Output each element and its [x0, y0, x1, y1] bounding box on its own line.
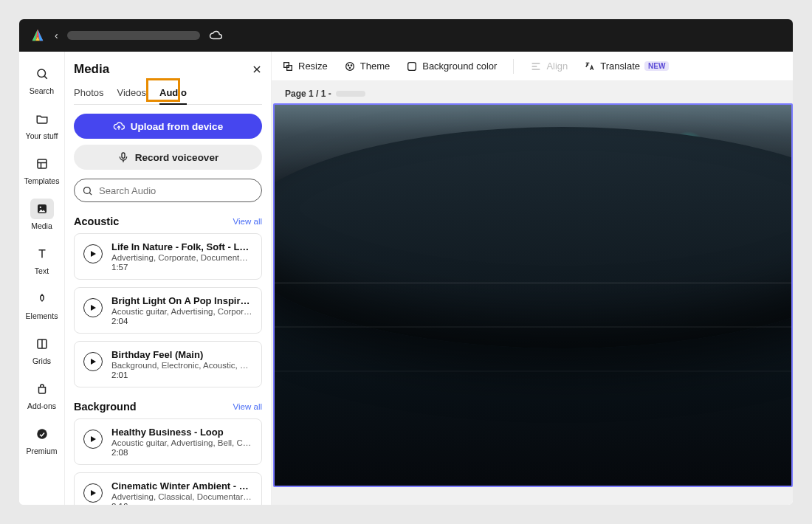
- media-panel: Media Photos Videos Audio Upload from de…: [65, 52, 272, 505]
- back-chevron-icon[interactable]: ‹: [55, 30, 58, 41]
- section-title-background: Background: [74, 401, 137, 413]
- app-window: ‹ Search Your stuff: [19, 19, 793, 505]
- templates-icon: [35, 156, 49, 171]
- leftnav-label: Add-ons: [27, 401, 56, 410]
- canvas-area: Resize Theme Background color Align: [272, 52, 793, 505]
- left-nav: Search Your stuff Templates Media: [19, 52, 65, 505]
- align-icon: [530, 61, 542, 72]
- leftnav-label: Premium: [26, 447, 57, 455]
- svg-line-17: [89, 193, 92, 195]
- tool-resize[interactable]: Resize: [282, 61, 328, 72]
- track-title: Birthday Feel (Main): [111, 349, 252, 360]
- search-audio-field[interactable]: [74, 179, 262, 202]
- svg-point-21: [348, 65, 348, 66]
- svg-rect-14: [122, 153, 125, 158]
- svg-point-20: [345, 62, 354, 70]
- audio-track[interactable]: Birthday Feel (Main) Background, Electro…: [74, 341, 262, 387]
- main-area: Search Your stuff Templates Media: [19, 52, 793, 505]
- search-input[interactable]: [99, 185, 254, 196]
- microphone-icon: [117, 151, 129, 163]
- background-color-icon: [406, 61, 418, 72]
- tool-align: Align: [530, 61, 568, 72]
- leftnav-text[interactable]: Text: [19, 239, 64, 280]
- tool-translate[interactable]: Translate NEW: [584, 61, 669, 72]
- topbar: ‹: [19, 19, 793, 52]
- track-tags: Advertising, Classical, Documentary, Dr…: [111, 492, 252, 501]
- media-tabs: Photos Videos Audio: [74, 84, 262, 105]
- svg-point-23: [349, 67, 350, 68]
- leftnav-search[interactable]: Search: [19, 59, 64, 100]
- panel-title: Media: [74, 62, 109, 77]
- play-button[interactable]: [83, 298, 103, 317]
- track-title: Bright Light On A Pop Inspiratio…: [111, 295, 252, 306]
- canvas-toolbar: Resize Theme Background color Align: [272, 52, 793, 81]
- search-icon: [35, 66, 49, 81]
- play-button[interactable]: [83, 244, 103, 263]
- leftnav-templates[interactable]: Templates: [19, 149, 64, 190]
- tool-theme[interactable]: Theme: [344, 61, 390, 72]
- audio-track[interactable]: Life In Nature - Folk, Soft - Loop Adver…: [74, 233, 262, 280]
- upload-icon: [113, 120, 125, 132]
- svg-rect-2: [38, 159, 47, 168]
- play-button[interactable]: [83, 430, 103, 449]
- track-tags: Advertising, Corporate, Documentary, D…: [111, 253, 252, 262]
- folder-icon: [35, 111, 49, 126]
- record-label: Record voiceover: [135, 152, 219, 163]
- tab-photos[interactable]: Photos: [74, 84, 103, 104]
- svg-point-0: [38, 69, 46, 77]
- grids-icon: [35, 337, 49, 351]
- leftnav-premium[interactable]: Premium: [19, 419, 64, 460]
- leftnav-label: Elements: [26, 311, 58, 320]
- tab-videos[interactable]: Videos: [117, 84, 146, 104]
- leftnav-media[interactable]: Media: [19, 194, 64, 235]
- toolbar-divider: [513, 59, 514, 74]
- leftnav-label: Templates: [24, 176, 60, 185]
- canvas-page[interactable]: [273, 103, 793, 487]
- track-duration: 1:57: [111, 263, 252, 272]
- leftnav-addons[interactable]: Add-ons: [19, 374, 64, 415]
- app-logo-icon: [30, 27, 46, 44]
- play-button[interactable]: [83, 483, 103, 503]
- audio-track[interactable]: Cinematic Winter Ambient - Loop Advertis…: [74, 472, 262, 505]
- theme-icon: [344, 61, 356, 72]
- play-button[interactable]: [83, 352, 103, 371]
- leftnav-grids[interactable]: Grids: [19, 329, 64, 370]
- track-title: Cinematic Winter Ambient - Loop: [111, 480, 252, 492]
- audio-track[interactable]: Bright Light On A Pop Inspiratio… Acoust…: [74, 287, 262, 334]
- tool-background-color[interactable]: Background color: [406, 61, 497, 72]
- track-duration: 2:01: [111, 370, 252, 379]
- svg-point-6: [39, 207, 41, 208]
- view-all-link[interactable]: View all: [233, 217, 262, 226]
- audio-track[interactable]: Healthy Business - Loop Acoustic guitar,…: [74, 418, 262, 465]
- media-icon: [35, 201, 49, 216]
- track-title: Life In Nature - Folk, Soft - Loop: [111, 241, 252, 252]
- leftnav-label: Your stuff: [26, 131, 58, 140]
- elements-icon: [35, 292, 49, 306]
- leftnav-elements[interactable]: Elements: [19, 284, 64, 325]
- document-title-placeholder[interactable]: [67, 31, 200, 40]
- addons-icon: [35, 382, 49, 396]
- view-all-link[interactable]: View all: [233, 402, 262, 411]
- close-panel-icon[interactable]: [252, 64, 262, 75]
- translate-icon: [584, 61, 596, 72]
- search-icon: [82, 185, 93, 196]
- page-indicator: Page 1 / 1 -: [272, 81, 793, 103]
- track-tags: Background, Electronic, Acoustic, Folk, …: [111, 361, 252, 370]
- section-title-acoustic: Acoustic: [74, 216, 119, 227]
- page-label: Page 1 / 1 -: [285, 89, 331, 99]
- record-voiceover-button[interactable]: Record voiceover: [74, 145, 262, 170]
- page-name-placeholder[interactable]: [336, 91, 365, 97]
- leftnav-label: Media: [31, 221, 52, 230]
- track-title: Healthy Business - Loop: [111, 427, 252, 438]
- track-duration: 2:08: [111, 448, 252, 457]
- track-tags: Acoustic guitar, Advertising, Bell, Corp…: [111, 438, 252, 447]
- svg-line-1: [44, 76, 47, 78]
- tab-audio[interactable]: Audio: [159, 84, 187, 104]
- svg-point-11: [37, 429, 47, 439]
- leftnav-your-stuff[interactable]: Your stuff: [19, 104, 64, 145]
- premium-icon: [35, 427, 49, 441]
- resize-icon: [282, 61, 294, 72]
- upload-from-device-button[interactable]: Upload from device: [74, 114, 262, 139]
- track-tags: Acoustic guitar, Advertising, Corporate,…: [111, 307, 252, 316]
- cloud-sync-icon[interactable]: [209, 29, 222, 42]
